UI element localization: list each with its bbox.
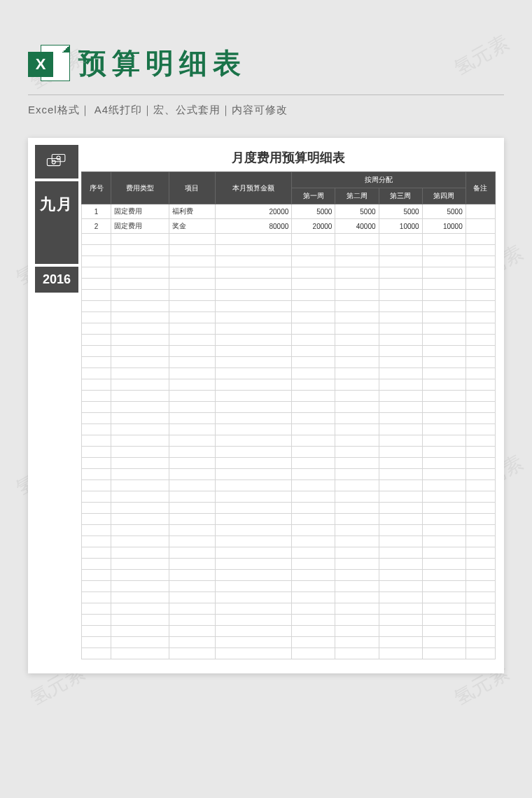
- col-week1: 第一周: [292, 188, 335, 204]
- header: X 预算明细表: [0, 0, 532, 94]
- table-row: [82, 357, 496, 368]
- sidebar-year: 2016: [35, 267, 78, 293]
- table-row: 2固定费用奖金8000020000400001000010000: [82, 219, 496, 234]
- col-type: 费用类型: [111, 172, 169, 204]
- table-row: [82, 279, 496, 290]
- table-row: [82, 570, 496, 581]
- cell-remark: [465, 219, 495, 234]
- table-row: [82, 335, 496, 346]
- cell-budget: 20000: [215, 204, 292, 219]
- cell-item: 奖金: [169, 219, 215, 234]
- sheet-preview: 九月 2016 月度费用预算明细表 序号 费用类型 项目 本月预算金额 按周分配…: [28, 138, 504, 673]
- table-row: [82, 267, 496, 279]
- cell-w3: 5000: [379, 204, 422, 219]
- col-week3: 第三周: [379, 188, 422, 204]
- table-title: 月度费用预算明细表: [81, 145, 496, 172]
- table-row: [82, 525, 496, 536]
- table-row: [82, 603, 496, 615]
- table-row: [82, 346, 496, 357]
- table-row: 1固定费用福利费200005000500050005000: [82, 204, 496, 219]
- table-row: [82, 435, 496, 447]
- table-row: [82, 424, 496, 435]
- col-week4: 第四周: [422, 188, 465, 204]
- table-row: [82, 413, 496, 424]
- budget-table: 序号 费用类型 项目 本月预算金额 按周分配 备注 第一周 第二周 第三周 第四…: [81, 172, 496, 659]
- col-weekly-group: 按周分配: [292, 172, 465, 188]
- cell-w2: 40000: [335, 219, 379, 234]
- table-row: [82, 256, 496, 267]
- table-row: [82, 559, 496, 570]
- table-row: [82, 536, 496, 547]
- col-week2: 第二周: [335, 188, 379, 204]
- table-row: [82, 312, 496, 323]
- table-row: [82, 491, 496, 503]
- cell-seq: 2: [82, 219, 111, 234]
- cell-budget: 80000: [215, 219, 292, 234]
- table-row: [82, 379, 496, 391]
- table-row: [82, 323, 496, 335]
- table-row: [82, 626, 496, 637]
- cell-remark: [465, 204, 495, 219]
- table-row: [82, 234, 496, 245]
- cell-w1: 20000: [292, 219, 335, 234]
- table-row: [82, 592, 496, 603]
- table-row: [82, 469, 496, 480]
- cell-w1: 5000: [292, 204, 335, 219]
- table-row: [82, 648, 496, 659]
- subtitle: Excel格式｜ A4纸打印｜宏、公式套用｜内容可修改: [28, 94, 504, 117]
- table-area: 月度费用预算明细表 序号 费用类型 项目 本月预算金额 按周分配 备注 第一周 …: [81, 145, 496, 659]
- page-title: 预算明细表: [78, 44, 246, 83]
- cell-item: 福利费: [169, 204, 215, 219]
- svg-point-2: [52, 160, 55, 164]
- table-row: [82, 368, 496, 379]
- money-icon: [35, 145, 78, 178]
- table-row: [82, 615, 496, 626]
- table-row: [82, 581, 496, 592]
- table-row: [82, 637, 496, 648]
- excel-icon: X: [28, 42, 70, 84]
- sidebar-month: 九月: [35, 181, 78, 264]
- table-row: [82, 447, 496, 458]
- sidebar: 九月 2016: [35, 145, 78, 659]
- table-row: [82, 301, 496, 312]
- cell-w4: 10000: [422, 219, 465, 234]
- cell-w3: 10000: [379, 219, 422, 234]
- col-budget: 本月预算金额: [215, 172, 292, 204]
- col-seq: 序号: [82, 172, 111, 204]
- col-remark: 备注: [465, 172, 495, 204]
- table-row: [82, 458, 496, 469]
- table-row: [82, 547, 496, 559]
- col-item: 项目: [169, 172, 215, 204]
- table-row: [82, 402, 496, 413]
- table-row: [82, 245, 496, 256]
- excel-x-badge: X: [28, 52, 53, 77]
- table-row: [82, 514, 496, 525]
- cell-type: 固定费用: [111, 204, 169, 219]
- cell-w2: 5000: [335, 204, 379, 219]
- table-row: [82, 503, 496, 514]
- svg-point-3: [57, 156, 60, 160]
- cell-seq: 1: [82, 204, 111, 219]
- cell-w4: 5000: [422, 204, 465, 219]
- table-row: [82, 290, 496, 301]
- table-row: [82, 480, 496, 491]
- table-row: [82, 391, 496, 402]
- cell-type: 固定费用: [111, 219, 169, 234]
